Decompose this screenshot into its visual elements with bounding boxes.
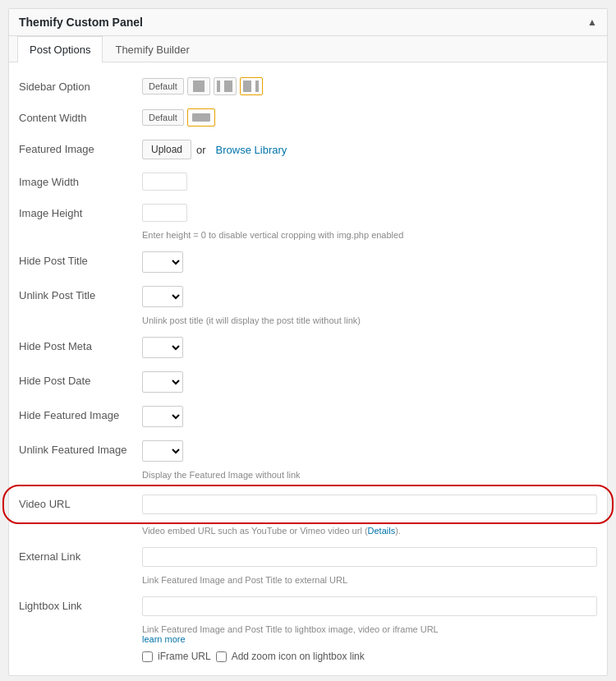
sidebar-no-sidebar-btn[interactable] (187, 77, 210, 95)
iframe-url-row: iFrame URL Add zoom icon on lightbox lin… (142, 651, 597, 662)
hide-post-meta-select[interactable]: Yes No (142, 337, 183, 358)
image-width-label: Image Width (19, 173, 142, 188)
lightbox-link-label: Lightbox Link (19, 596, 142, 612)
or-text: or (196, 144, 206, 156)
external-link-help: Link Featured Image and Post Title to ex… (9, 573, 607, 590)
hide-featured-image-control: Yes No (142, 406, 597, 427)
hide-post-meta-control: Yes No (142, 337, 597, 358)
video-url-control (142, 495, 597, 514)
video-url-help: Video embed URL such as YouTube or Vimeo… (9, 524, 607, 541)
external-link-input[interactable] (142, 547, 597, 567)
iframe-url-checkbox[interactable] (142, 651, 153, 662)
content-width-group: Default (142, 108, 597, 127)
sidebar-options-group: Default (142, 77, 597, 95)
featured-image-row: Featured Image Upload or Browse Library (9, 133, 607, 166)
hide-post-meta-label: Hide Post Meta (19, 337, 142, 352)
image-height-label: Image Height (19, 204, 142, 219)
sidebar-option-row: Sidebar Option Default (9, 71, 607, 102)
panel-body: Sidebar Option Default (9, 62, 607, 675)
content-width-row: Content Width Default (9, 102, 607, 133)
image-height-control (142, 204, 597, 222)
hide-post-meta-row: Hide Post Meta Yes No (9, 330, 607, 365)
unlink-post-title-help: Unlink post title (it will display the p… (9, 314, 607, 330)
image-height-help: Enter height = 0 to disable vertical cro… (9, 228, 607, 245)
unlink-post-title-row: Unlink Post Title Yes No (9, 279, 607, 314)
sidebar-right-btn[interactable] (240, 77, 263, 95)
lightbox-link-control (142, 596, 597, 616)
lightbox-link-help: Link Featured Image and Post Title to li… (9, 623, 607, 646)
featured-image-label: Featured Image (19, 140, 142, 155)
image-width-control (142, 173, 597, 191)
lightbox-link-input[interactable] (142, 596, 597, 616)
panel-header[interactable]: Themify Custom Panel ▲ (9, 9, 607, 36)
content-width-default-btn[interactable]: Default (142, 109, 184, 126)
image-height-row: Image Height (9, 197, 607, 228)
hide-featured-image-row: Hide Featured Image Yes No (9, 399, 607, 434)
hide-post-title-row: Hide Post Title Yes No (9, 245, 607, 279)
video-url-details-link[interactable]: Details (368, 526, 396, 536)
lightbox-checkboxes: iFrame URL Add zoom icon on lightbox lin… (9, 646, 607, 667)
content-width-controls: Default (142, 108, 597, 127)
panel-title: Themify Custom Panel (19, 16, 143, 29)
content-width-full-btn[interactable] (187, 108, 215, 127)
upload-button[interactable]: Upload (142, 140, 191, 159)
image-width-input[interactable] (142, 173, 187, 191)
image-height-input[interactable] (142, 204, 187, 222)
unlink-post-title-control: Yes No (142, 286, 597, 307)
tab-themify-builder[interactable]: Themify Builder (103, 36, 201, 62)
unlink-post-title-select[interactable]: Yes No (142, 286, 183, 307)
sidebar-default-btn[interactable]: Default (142, 78, 184, 94)
video-url-row: Video URL (9, 488, 607, 521)
hide-post-title-label: Hide Post Title (19, 251, 142, 267)
hide-post-date-label: Hide Post Date (19, 371, 142, 387)
hide-featured-image-select[interactable]: Yes No (142, 406, 183, 427)
unlink-featured-image-label: Unlink Featured Image (19, 440, 142, 456)
unlink-featured-image-control: Yes No (142, 440, 597, 462)
lightbox-learn-more-link[interactable]: learn more (142, 634, 186, 644)
unlink-post-title-label: Unlink Post Title (19, 286, 142, 301)
video-url-input[interactable] (142, 495, 597, 514)
unlink-featured-image-help: Display the Featured Image without link (9, 468, 607, 485)
hide-featured-image-label: Hide Featured Image (19, 406, 142, 421)
hide-post-date-control: Yes No (142, 371, 597, 393)
browse-library-link[interactable]: Browse Library (216, 144, 287, 156)
external-link-row: External Link (9, 541, 607, 573)
lightbox-link-row: Lightbox Link (9, 590, 607, 623)
video-url-label: Video URL (19, 495, 142, 510)
unlink-featured-image-row: Unlink Featured Image Yes No (9, 434, 607, 468)
external-link-label: External Link (19, 547, 142, 563)
image-width-row: Image Width (9, 166, 607, 197)
iframe-url-label: iFrame URL (158, 651, 211, 662)
tab-post-options[interactable]: Post Options (17, 36, 103, 62)
sidebar-left-btn[interactable] (214, 77, 237, 95)
collapse-icon[interactable]: ▲ (587, 16, 597, 28)
sidebar-option-controls: Default (142, 77, 597, 95)
featured-image-controls: Upload or Browse Library (142, 140, 597, 159)
unlink-featured-image-select[interactable]: Yes No (142, 440, 183, 462)
content-width-label: Content Width (19, 108, 142, 124)
zoom-icon-label: Add zoom icon on lightbox link (232, 651, 365, 662)
themify-custom-panel: Themify Custom Panel ▲ Post Options Them… (8, 8, 608, 676)
hide-post-date-row: Hide Post Date Yes No (9, 365, 607, 399)
sidebar-option-label: Sidebar Option (19, 77, 142, 93)
hide-post-title-select[interactable]: Yes No (142, 251, 183, 273)
tabs-bar: Post Options Themify Builder (9, 36, 607, 62)
zoom-icon-checkbox[interactable] (216, 651, 227, 662)
hide-post-title-control: Yes No (142, 251, 597, 273)
hide-post-date-select[interactable]: Yes No (142, 371, 183, 393)
external-link-control (142, 547, 597, 567)
